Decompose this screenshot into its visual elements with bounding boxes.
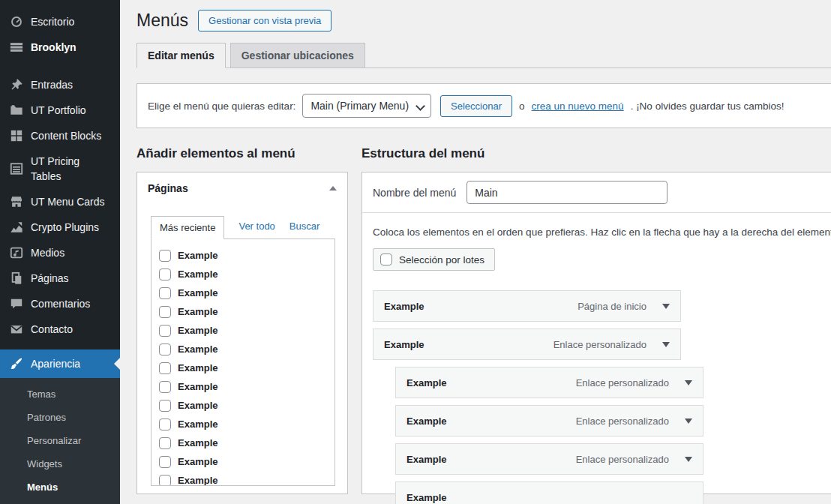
expand-item-icon[interactable] — [662, 342, 670, 347]
page-checkbox-row[interactable]: Example — [159, 246, 327, 265]
page-title: Menús — [136, 9, 188, 32]
sidebar-item-ut-menu-cards[interactable]: UT Menu Cards — [0, 189, 120, 214]
sidebar-item-crypto-plugins[interactable]: Crypto Plugins — [0, 214, 120, 240]
screen-tabs: Editar menús Gestionar ubicaciones — [136, 43, 831, 68]
storefront-icon — [9, 195, 23, 209]
submenu-item-temas[interactable]: Temas — [0, 382, 120, 406]
sidebar-item-label: Medios — [31, 245, 64, 260]
tab-gestionar-ubicaciones[interactable]: Gestionar ubicaciones — [230, 43, 365, 68]
sidebar-item-entradas[interactable]: Entradas — [0, 72, 120, 98]
menu-item-row[interactable]: Example Enlace personalizado — [395, 443, 704, 475]
menu-item-type: Enlace personalizado — [576, 416, 669, 427]
sidebar-item-paginas[interactable]: Páginas — [0, 266, 120, 291]
menu-item-type: Enlace personalizado — [576, 377, 669, 388]
sidebar-item-escritorio[interactable]: Escritorio — [0, 9, 120, 34]
page-checkbox[interactable] — [159, 400, 171, 412]
or-text: o — [519, 100, 525, 112]
page-checkbox[interactable] — [159, 344, 171, 356]
pages-checklist: Example Example Example Example Example … — [151, 238, 335, 486]
portfolio-folder-icon — [9, 104, 23, 118]
bulk-select-checkbox[interactable] — [380, 254, 392, 266]
menu-structure-panel: Nombre del menú Coloca los elementos en … — [362, 172, 831, 494]
expand-item-icon[interactable] — [685, 457, 692, 462]
menu-item-row[interactable]: Example Página de inicio — [373, 290, 681, 322]
page-checkbox-row[interactable]: Example — [159, 321, 327, 340]
page-checkbox-row[interactable]: Example — [159, 302, 327, 321]
page-checkbox-row[interactable]: Example — [159, 396, 327, 415]
menu-name-input[interactable] — [466, 181, 668, 204]
sidebar-item-brooklyn[interactable]: Brooklyn — [0, 34, 120, 60]
submenu-item-menus[interactable]: Menús — [0, 476, 120, 499]
pages-accordion: Páginas Más reciente Ver todo Buscar Exa… — [136, 172, 348, 494]
page-checkbox-row[interactable]: Example — [159, 452, 327, 471]
pages-accordion-title: Páginas — [148, 182, 188, 194]
page-checkbox-row[interactable]: Example — [159, 471, 327, 486]
bulk-select-toggle[interactable]: Selección por lotes — [373, 248, 495, 271]
comment-icon — [9, 297, 23, 311]
accordion-collapse-icon[interactable] — [329, 186, 337, 190]
page-checkbox[interactable] — [159, 381, 171, 393]
manage-with-preview-button[interactable]: Gestionar con vista previa — [198, 10, 332, 32]
submenu-item-widgets[interactable]: Widgets — [0, 452, 120, 476]
menu-name-label: Nombre del menú — [373, 187, 456, 199]
sidebar-item-label: Content Blocks — [31, 128, 101, 143]
expand-item-icon[interactable] — [662, 304, 670, 309]
page-checkbox[interactable] — [159, 306, 171, 318]
page-checkbox-row[interactable]: Example — [159, 265, 327, 284]
page-checkbox[interactable] — [159, 362, 171, 374]
pricing-table-icon — [9, 162, 23, 176]
menu-item-row[interactable]: Example Enlace personalizado — [395, 405, 704, 436]
menu-item-row[interactable]: Example Enlace personalizado — [395, 367, 704, 398]
menu-item-type: Página de inicio — [578, 301, 646, 312]
sidebar-item-label: Contacto — [31, 322, 73, 337]
page-checkbox[interactable] — [159, 287, 171, 299]
chart-area-icon — [9, 220, 23, 235]
blocks-grid-icon — [9, 129, 23, 143]
page-checkbox-row[interactable]: Example — [159, 415, 327, 434]
create-new-menu-link[interactable]: crea un nuevo menú — [532, 100, 624, 112]
tab-mas-reciente[interactable]: Más reciente — [151, 216, 224, 239]
page-checkbox[interactable] — [159, 456, 171, 468]
pages-accordion-header[interactable]: Páginas — [137, 172, 347, 204]
menu-item-type: Enlace personalizado — [554, 339, 646, 350]
page-checkbox-row[interactable]: Example — [159, 358, 327, 377]
menu-select-dropdown[interactable]: Main (Primary Menu) — [302, 94, 431, 118]
sidebar-item-label: Entradas — [31, 77, 73, 92]
page-checkbox-row[interactable]: Example — [159, 284, 327, 302]
page-checkbox[interactable] — [159, 418, 171, 430]
selected-menu-value: Main (Primary Menu) — [310, 100, 409, 112]
sidebar-item-ut-pricing-tables[interactable]: UT Pricing Tables — [0, 148, 120, 189]
main-content: Menús Gestionar con vista previa Editar … — [120, 0, 831, 494]
menu-select-bar: Elige el menú que quieras editar: Main (… — [136, 83, 831, 128]
envelope-icon — [9, 322, 23, 337]
page-checkbox[interactable] — [159, 437, 171, 449]
theme-lines-icon — [9, 40, 23, 55]
sidebar-item-content-blocks[interactable]: Content Blocks — [0, 123, 120, 148]
sidebar-item-medios[interactable]: Medios — [0, 240, 120, 266]
expand-item-icon[interactable] — [685, 418, 692, 424]
menu-item-row[interactable]: Example — [395, 482, 704, 504]
page-checkbox-row[interactable]: Example — [159, 377, 327, 396]
expand-item-icon[interactable] — [685, 380, 692, 386]
seleccionar-button[interactable]: Seleccionar — [440, 95, 512, 117]
sidebar-item-label: UT Menu Cards — [31, 194, 105, 209]
page-checkbox-row[interactable]: Example — [159, 434, 327, 452]
tab-buscar[interactable]: Buscar — [290, 220, 320, 238]
page-checkbox-row[interactable]: Example — [159, 340, 327, 358]
page-checkbox[interactable] — [159, 250, 171, 262]
sidebar-item-comentarios[interactable]: Comentarios — [0, 291, 120, 316]
sidebar-item-ut-portfolio[interactable]: UT Portfolio — [0, 98, 120, 123]
submenu-item-patrones[interactable]: Patrones — [0, 406, 120, 429]
page-checkbox[interactable] — [159, 268, 171, 280]
sidebar-item-apariencia[interactable]: Apariencia — [0, 350, 120, 378]
appearance-brush-icon — [9, 357, 23, 371]
tab-editar-menus[interactable]: Editar menús — [136, 43, 226, 68]
page-checkbox[interactable] — [159, 475, 171, 487]
submenu-item-editor-archivos[interactable]: Editor de archivos de temas — [0, 499, 120, 504]
tab-ver-todo[interactable]: Ver todo — [238, 220, 274, 238]
chevron-down-icon — [416, 102, 424, 110]
menu-item-row[interactable]: Example Enlace personalizado — [373, 328, 681, 360]
submenu-item-personalizar[interactable]: Personalizar — [0, 429, 120, 452]
sidebar-item-contacto[interactable]: Contacto — [0, 316, 120, 342]
page-checkbox[interactable] — [159, 325, 171, 337]
